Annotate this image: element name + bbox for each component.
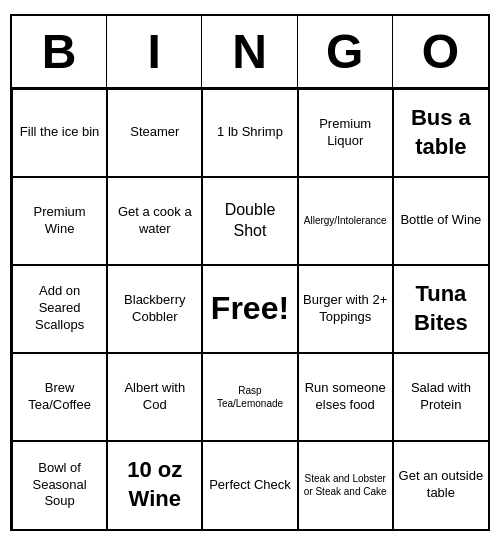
bingo-cell: Premium Liquor	[298, 89, 393, 177]
bingo-cell: Double Shot	[202, 177, 297, 265]
cell-text: Fill the ice bin	[20, 124, 99, 141]
bingo-cell: Blackberry Cobbler	[107, 265, 202, 353]
cell-text: Premium Liquor	[303, 116, 388, 150]
cell-text: Rasp Tea/Lemonade	[207, 384, 292, 410]
cell-text: Salad with Protein	[398, 380, 484, 414]
cell-text: Tuna Bites	[398, 280, 484, 337]
bingo-grid: Fill the ice binSteamer1 lb ShrimpPremiu…	[12, 89, 488, 529]
bingo-cell: Brew Tea/Coffee	[12, 353, 107, 441]
cell-text: Get a cook a water	[112, 204, 197, 238]
cell-text: 1 lb Shrimp	[217, 124, 283, 141]
bingo-cell: Tuna Bites	[393, 265, 488, 353]
cell-text: Blackberry Cobbler	[112, 292, 197, 326]
bingo-header: BINGO	[12, 16, 488, 89]
cell-text: Bowl of Seasonal Soup	[17, 460, 102, 511]
header-letter: N	[202, 16, 297, 87]
cell-text: Free!	[211, 290, 289, 327]
bingo-cell: 1 lb Shrimp	[202, 89, 297, 177]
cell-text: Steamer	[130, 124, 179, 141]
cell-text: Run someone elses food	[303, 380, 388, 414]
cell-text: Bus a table	[398, 104, 484, 161]
bingo-cell: Albert with Cod	[107, 353, 202, 441]
cell-text: Add on Seared Scallops	[17, 283, 102, 334]
bingo-cell: Burger with 2+ Toppings	[298, 265, 393, 353]
header-letter: G	[298, 16, 393, 87]
bingo-cell: Salad with Protein	[393, 353, 488, 441]
bingo-card: BINGO Fill the ice binSteamer1 lb Shrimp…	[10, 14, 490, 531]
bingo-cell: Free!	[202, 265, 297, 353]
bingo-cell: Bottle of Wine	[393, 177, 488, 265]
bingo-cell: Premium Wine	[12, 177, 107, 265]
bingo-cell: Bus a table	[393, 89, 488, 177]
header-letter: B	[12, 16, 107, 87]
bingo-cell: Steamer	[107, 89, 202, 177]
bingo-cell: Allergy/Intolerance	[298, 177, 393, 265]
bingo-cell: Add on Seared Scallops	[12, 265, 107, 353]
cell-text: Brew Tea/Coffee	[17, 380, 102, 414]
cell-text: Bottle of Wine	[400, 212, 481, 229]
cell-text: Albert with Cod	[112, 380, 197, 414]
bingo-cell: Run someone elses food	[298, 353, 393, 441]
cell-text: Perfect Check	[209, 477, 291, 494]
bingo-cell: Bowl of Seasonal Soup	[12, 441, 107, 529]
header-letter: I	[107, 16, 202, 87]
bingo-cell: Rasp Tea/Lemonade	[202, 353, 297, 441]
cell-text: Get an outside table	[398, 468, 484, 502]
header-letter: O	[393, 16, 488, 87]
cell-text: Burger with 2+ Toppings	[303, 292, 388, 326]
cell-text: Double Shot	[207, 200, 292, 242]
bingo-cell: Fill the ice bin	[12, 89, 107, 177]
bingo-cell: Steak and Lobster or Steak and Cake	[298, 441, 393, 529]
cell-text: Allergy/Intolerance	[304, 214, 387, 227]
bingo-cell: Perfect Check	[202, 441, 297, 529]
bingo-cell: Get a cook a water	[107, 177, 202, 265]
bingo-cell: 10 oz Wine	[107, 441, 202, 529]
cell-text: 10 oz Wine	[112, 456, 197, 513]
cell-text: Steak and Lobster or Steak and Cake	[303, 472, 388, 498]
bingo-cell: Get an outside table	[393, 441, 488, 529]
cell-text: Premium Wine	[17, 204, 102, 238]
